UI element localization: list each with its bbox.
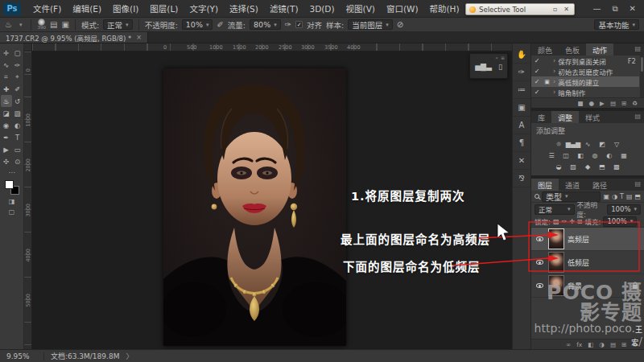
tab-paths[interactable]: 路径 xyxy=(586,179,613,191)
levels-icon[interactable]: ▆▄▆ xyxy=(568,140,579,149)
scrollbar-thumb[interactable] xyxy=(641,57,643,72)
zoom-tool[interactable]: ⊙ xyxy=(12,155,23,167)
histogram-float-panel[interactable]: « ≡ ▅▇▃ ▯ xyxy=(469,53,508,79)
tab-libraries[interactable]: 库 xyxy=(531,111,551,123)
delete-layer-icon[interactable]: ♻ xyxy=(632,341,638,348)
collapse-icon[interactable]: « xyxy=(495,55,498,60)
layer-row-high-freq[interactable]: 高频层 xyxy=(531,228,644,251)
tool-preset-icon[interactable]: ♨ xyxy=(5,20,12,29)
shape-tool[interactable]: ▭ xyxy=(12,143,23,155)
gradient-tool[interactable]: ▨ xyxy=(12,107,23,119)
airbrush-opacity-icon[interactable]: ✐ xyxy=(217,20,223,29)
crossed-tools-panel-icon[interactable]: ✕ xyxy=(514,152,530,170)
marquee-tool[interactable]: ▢ xyxy=(12,47,23,59)
clone-source-panel-toggle-icon[interactable]: ▣ xyxy=(61,20,68,29)
quick-mask-button[interactable]: ◨ xyxy=(9,198,15,205)
visibility-eye-icon[interactable] xyxy=(534,233,545,245)
expand-chevron-icon[interactable]: › xyxy=(553,57,555,64)
new-action-icon[interactable]: ⊞ xyxy=(621,100,626,107)
filter-adjustment-icon[interactable]: ◑ xyxy=(612,193,617,200)
action-item-selected[interactable]: ✓ ▣ › 高低频的建立 xyxy=(531,76,639,87)
selective-tool-window[interactable]: Selective Tool ▫ ✕ xyxy=(465,3,575,15)
tab-channels[interactable]: 通道 xyxy=(559,179,586,191)
record-icon[interactable]: ● xyxy=(589,100,595,107)
gradient-map-icon[interactable]: ⬒ xyxy=(597,162,608,171)
play-icon[interactable]: ▶ xyxy=(600,100,605,107)
layer-group-icon[interactable]: ▤ xyxy=(610,341,616,348)
foreground-color-swatch[interactable] xyxy=(5,180,14,189)
black-white-icon[interactable]: ◧ xyxy=(575,151,586,160)
layer-mask-icon[interactable]: ◧ xyxy=(588,341,593,348)
tab-styles[interactable]: 样式 xyxy=(579,111,606,123)
healing-brush-tool[interactable]: ✚ xyxy=(1,83,12,95)
brush-preset-picker[interactable]: 390 xyxy=(37,19,46,31)
airbrush-flow-icon[interactable]: ✑ xyxy=(285,20,291,29)
layer-opacity-select[interactable]: 100% ▾ xyxy=(607,204,641,215)
brightness-contrast-icon[interactable]: ☼ xyxy=(553,140,564,149)
layer-thumbnail[interactable] xyxy=(548,228,564,249)
screen-mode-button[interactable]: ▢ xyxy=(9,208,15,216)
selective-tool-restore-button[interactable]: ▫ xyxy=(551,6,559,13)
blend-mode-select[interactable]: 正常 ▾ xyxy=(535,204,575,215)
action-item[interactable]: ✓ › 保存到桌面关闭 F2 xyxy=(531,56,639,66)
mode-select[interactable]: 正常 ▾ xyxy=(103,19,133,30)
menu-edit[interactable]: 编辑(E) xyxy=(67,2,107,14)
menu-view[interactable]: 视图(V) xyxy=(341,2,381,14)
visibility-eye-icon[interactable] xyxy=(534,257,545,268)
expand-chevron-icon[interactable]: › xyxy=(553,88,555,96)
hue-saturation-icon[interactable]: ☰ xyxy=(546,151,557,160)
menu-file[interactable]: 文件(F) xyxy=(27,2,67,14)
layer-name[interactable]: 背景 xyxy=(568,281,629,291)
path-selection-tool[interactable]: ▶ xyxy=(1,143,12,155)
tab-actions[interactable]: 动作 xyxy=(586,43,613,56)
character-panel-icon[interactable]: A xyxy=(514,117,530,134)
status-chevron-icon[interactable]: 〉 xyxy=(126,351,133,361)
eyedropper-tool[interactable]: ⌖ xyxy=(12,71,23,83)
opacity-select[interactable]: 10% ▾ xyxy=(182,19,213,30)
eraser-tool[interactable]: ◪ xyxy=(1,107,12,119)
color-balance-icon[interactable]: ◫ xyxy=(560,151,572,160)
color-lookup-icon[interactable]: ▦ xyxy=(618,151,630,160)
menu-type[interactable]: 文字(Y) xyxy=(184,2,224,14)
menu-filter[interactable]: 滤镜(T) xyxy=(264,2,304,14)
pasteboard[interactable]: 1.将原图层复制两次 最上面的图层命名为高频层 下面的图层命名为低频层 « ≡ … xyxy=(32,51,512,349)
document-image[interactable] xyxy=(163,68,346,346)
ignore-adjustment-layers-icon[interactable]: ⊘ xyxy=(397,20,403,29)
menu-image[interactable]: 图像(I) xyxy=(107,2,144,14)
lock-all-icon[interactable]: ⊞ xyxy=(577,218,583,225)
layer-thumbnail[interactable] xyxy=(548,252,564,273)
fill-select[interactable]: 100% ▾ xyxy=(603,216,637,227)
pen-tool[interactable]: ✒ xyxy=(1,131,12,143)
lock-transparency-icon[interactable]: ▨ xyxy=(553,218,559,225)
action-item[interactable]: ✓ › 暗角制作 xyxy=(531,87,639,97)
threshold-icon[interactable]: ◆ xyxy=(582,162,593,171)
panel-menu-icon[interactable]: ≡ xyxy=(501,55,505,60)
visibility-eye-icon[interactable] xyxy=(534,280,545,291)
menu-3d[interactable]: 3D(D) xyxy=(303,4,340,14)
vibrance-icon[interactable]: ▽ xyxy=(611,140,622,149)
panel-menu-icon[interactable]: ▤ xyxy=(631,179,644,191)
type-tool[interactable]: T xyxy=(12,131,23,143)
sample-select[interactable]: 当前图层 ▾ xyxy=(348,19,393,30)
delete-icon[interactable]: ♻ xyxy=(632,100,638,107)
stop-icon[interactable]: ■ xyxy=(577,100,583,107)
curves-icon[interactable]: ∿ xyxy=(582,140,593,149)
menu-layer[interactable]: 图层(L) xyxy=(144,2,184,14)
brush-panel-toggle-icon[interactable]: ▤ xyxy=(50,20,57,29)
clone-stamp-tool[interactable]: ♨ xyxy=(1,95,12,107)
layer-row-background[interactable]: 背景 xyxy=(531,274,644,298)
dodge-tool[interactable]: ◐ xyxy=(12,119,23,131)
info-panel-icon[interactable]: ▯ xyxy=(498,63,502,71)
invert-icon[interactable]: ◒ xyxy=(553,162,564,171)
photo-filter-icon[interactable]: ◍ xyxy=(589,151,601,160)
brush-tool[interactable]: ✐ xyxy=(12,83,23,95)
action-check-icon[interactable]: ✓ xyxy=(533,78,541,85)
minimize-button[interactable]: — xyxy=(592,4,601,13)
posterize-icon[interactable]: ▨ xyxy=(568,162,579,171)
new-layer-icon[interactable]: ⊞ xyxy=(621,341,626,348)
layer-name[interactable]: 低频层 xyxy=(568,257,642,268)
link-layers-icon[interactable]: ∞ xyxy=(566,341,571,348)
edit-toolbar-icon[interactable]: ⋯ xyxy=(9,169,15,176)
layer-thumbnail[interactable] xyxy=(548,275,564,296)
restore-button[interactable]: ⧉ xyxy=(612,4,617,14)
